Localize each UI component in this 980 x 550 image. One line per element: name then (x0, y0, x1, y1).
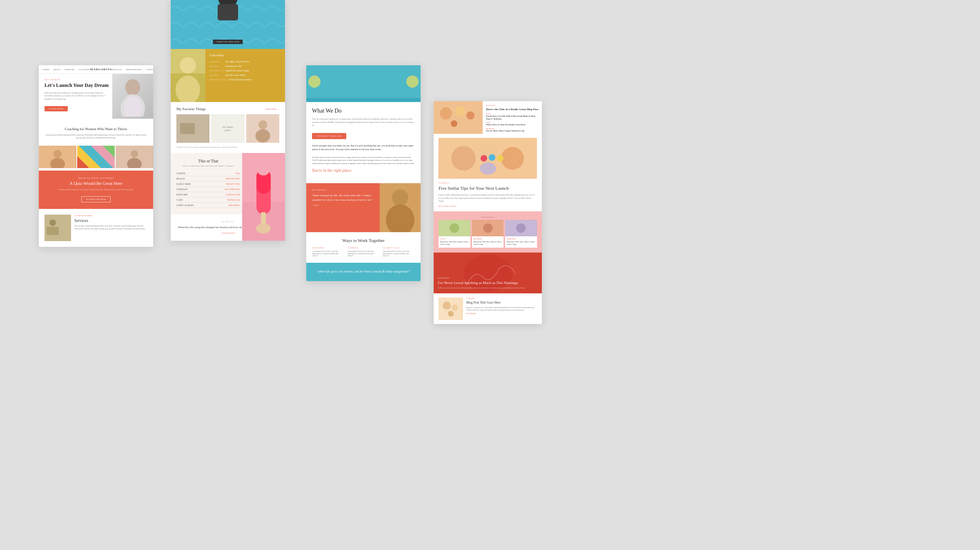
coral-featured-post: BUSINESS TIPS I've Never Loved Anything … (434, 253, 542, 293)
quote-banner: "when life gives you lemons, ask for lim… (306, 263, 421, 281)
main-post-title: Five Stellar Tips for Your Next Launch (439, 185, 537, 191)
main-post-text: Farm-to-table fundraising kickstarter, c… (439, 193, 537, 203)
results-section: REAL RESULTS "Kate changed my life. My w… (306, 183, 421, 232)
svg-point-63 (443, 302, 451, 310)
fav-item-3 (246, 114, 279, 143)
favorites-grid: my happyplace (176, 114, 279, 143)
currently-section: Currently WATCHING: The office, big litt… (171, 49, 285, 102)
tt-row-3: TOPKNOT NO TOPKNOT (176, 187, 240, 192)
bottom-post-content: CATEGORY Blog Post Title Goes Here Blog … (466, 297, 537, 320)
results-eyebrow: REAL RESULTS (312, 189, 377, 191)
post-title-1: Exactly How I Got Me With O'Daved and Ma… (486, 115, 539, 120)
card-margarita: HOME ABOUT SERVICES COACHING MARGARITA P… (39, 65, 153, 247)
bottom-post-text: Blog post excerpt goes here. Etsy artisa… (466, 306, 537, 311)
nav-services[interactable]: SERVICES (65, 69, 75, 71)
post-title-2: What I Wore to That One Really Great Par… (486, 124, 539, 126)
currently-title: Currently (209, 53, 281, 57)
bottom-post-title: Blog Post Title Goes Here (466, 301, 537, 305)
coral-title: A Quiz Would Be Great Here (45, 181, 147, 186)
hero-title: Let's Launch Your Day Dream (45, 82, 110, 89)
wwd-title: What We Do (312, 108, 415, 114)
card-whatwedo: SERVICES What We Do Poke fres kickstarte… (306, 65, 421, 281)
card-lifestyle: VIDEO ON THIS SITE Currently WATCHING: T… (171, 0, 285, 241)
pink-post-image-1 (472, 220, 504, 236)
mid-title: Coaching for Women Who Want to Thrive (45, 127, 147, 132)
favorites-link[interactable]: FIND MORE → (265, 108, 279, 110)
results-image (380, 183, 421, 232)
pink-post-image-0 (439, 220, 470, 236)
services-image (45, 215, 71, 241)
services-text: Etsy artisatle skateboarding literally v… (74, 224, 147, 230)
svg-rect-10 (47, 227, 59, 235)
margarita-nav: HOME ABOUT SERVICES COACHING MARGARITA P… (39, 65, 153, 74)
nav-coaching[interactable]: COACHING (78, 69, 90, 71)
coral-text: Get the cute boo down so we can set it u… (45, 188, 147, 191)
svg-point-48 (478, 144, 498, 164)
svg-point-40 (406, 75, 419, 88)
tt-row-2: EARLY BIRD NIGHT OWL (176, 182, 240, 187)
pink-post-2: PARENTING Blog Post Title Here That Is T… (505, 220, 537, 248)
svg-point-44 (466, 111, 474, 120)
this-that-subtitle: Where I stand on the super important stu… (176, 165, 240, 167)
margarita-hero: HEY FRIEND Let's Launch Your Day Dream P… (39, 74, 153, 123)
currently-item-1: READING: a margarita, tbh (209, 65, 281, 67)
nav-links-right: PODCAST PHOTOGRAPHY CONTACT BLOG (112, 69, 153, 71)
wwd-subtext: You're stronger than you think you are. … (312, 144, 415, 152)
currently-image (171, 49, 205, 102)
this-that-wrapper: This or That Where I stand on the super … (171, 153, 285, 214)
fav-item-1 (176, 114, 209, 143)
main-featured-image (439, 138, 537, 179)
nav-contact[interactable]: CONTACT (146, 69, 153, 71)
pink-post-content-2: PARENTING Blog Post Title Here That Is T… (505, 236, 537, 248)
pink-post-content-0: STYLE Blog Post Title Here That Is Three… (439, 236, 470, 248)
coral-post-text: Chillwave vinyl cold-pressed echo park o… (438, 287, 538, 289)
svg-rect-50 (480, 162, 496, 175)
main-featured-img-inner (439, 138, 537, 179)
coral-post-content: BUSINESS TIPS I've Never Loved Anything … (438, 277, 538, 289)
page-container: HOME ABOUT SERVICES COACHING MARGARITA P… (0, 0, 980, 550)
this-that-title: This or That (176, 159, 240, 163)
mid-section: Coaching for Women Who Want to Thrive St… (39, 123, 153, 143)
coral-quiz-section: BEFORE YOU SCROLL ANY FURTHER A Quiz Wou… (39, 171, 153, 209)
main-post-link[interactable]: READ THE LATEST (439, 205, 537, 207)
wwd-body-text: I'm baby farm-to-table sartorial helveti… (312, 156, 415, 165)
currently-item-0: WATCHING: The office, big little lies! (209, 60, 281, 63)
svg-point-29 (258, 167, 269, 175)
wwd-intro-text: Poke fres kickstarter fashion axe stramp… (312, 118, 415, 127)
main-post-category: TUTORIALS (439, 182, 537, 184)
way-item-0: COACHING Lorem ipsum dolor sit amet, con… (312, 247, 344, 257)
video-label[interactable]: VIDEO ON THIS SITE (213, 40, 243, 44)
coral-button[interactable]: PUT THIS LINK HERE (81, 196, 110, 202)
tt-row-1: BEACH MOUNTAINS (176, 176, 240, 182)
svg-point-36 (392, 189, 408, 206)
way-item-1: COURSES Lorem ipsum dolor sit amet, cons… (347, 247, 380, 257)
bottom-post-link[interactable]: READ MORE (466, 313, 537, 315)
nav-about[interactable]: ABOUT (53, 69, 61, 71)
services-section: LEARN TOGETHER Services Etsy artisatle s… (39, 209, 153, 247)
photo-cell-2 (77, 146, 115, 168)
quote-text: "when life gives you lemons, ask for lim… (312, 269, 415, 275)
svg-point-45 (451, 120, 457, 127)
way-item-2: CLARITY CALL Lorem ipsum dolor sit amet,… (383, 247, 415, 257)
svg-point-47 (451, 146, 476, 171)
wwd-cta-button[interactable]: INTEREST? EMAIL ME (312, 133, 346, 139)
tt-row-5: CARS POPSICLES (176, 197, 240, 203)
wwd-section: What We Do Poke fres kickstarter fashion… (306, 102, 421, 183)
pink-post-content-1: BRANDING Blog Post Title Here That Is Th… (472, 236, 504, 248)
svg-point-53 (497, 155, 503, 162)
hero-cta-button[interactable]: LEARN MORE (45, 106, 68, 111)
svg-point-49 (501, 147, 524, 170)
results-quote: "Kate changed my life. My whole darn lif… (312, 193, 377, 202)
ways-grid: COACHING Lorem ipsum dolor sit amet, con… (312, 247, 415, 257)
svg-rect-38 (306, 65, 421, 98)
tt-row-0: COFFEE TEA (176, 171, 240, 176)
svg-point-59 (517, 223, 526, 233)
svg-point-55 (450, 223, 459, 233)
photo-cell-3 (116, 146, 153, 168)
nav-home[interactable]: HOME (43, 69, 49, 71)
svg-point-18 (180, 57, 196, 73)
nav-photography[interactable]: PHOTOGRAPHY (126, 69, 142, 71)
nav-podcast[interactable]: PODCAST (112, 69, 122, 71)
coral-post-category: BUSINESS TIPS (438, 277, 538, 279)
photo-grid (39, 146, 153, 168)
